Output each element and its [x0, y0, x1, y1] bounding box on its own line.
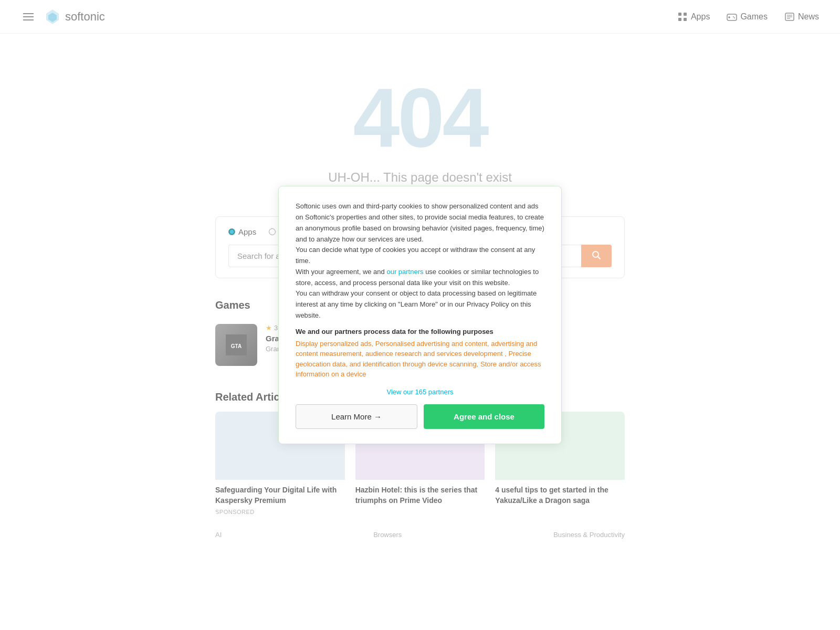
cookie-purposes-text: Display personalized ads, Personalised a…: [296, 339, 544, 380]
our-partners-link[interactable]: our partners: [386, 268, 423, 276]
cookie-banner: Softonic uses own and third-party cookie…: [278, 186, 562, 444]
cookie-purposes-heading: We and our partners process data for the…: [296, 328, 544, 335]
view-partners-link[interactable]: View our 165 partners: [296, 388, 544, 396]
learn-more-button[interactable]: Learn More →: [296, 404, 417, 429]
cookie-overlay: Softonic uses own and third-party cookie…: [0, 0, 840, 560]
cookie-buttons: Learn More → Agree and close: [296, 404, 544, 429]
agree-close-button[interactable]: Agree and close: [424, 404, 544, 429]
cookie-body-text: Softonic uses own and third-party cookie…: [296, 201, 544, 321]
